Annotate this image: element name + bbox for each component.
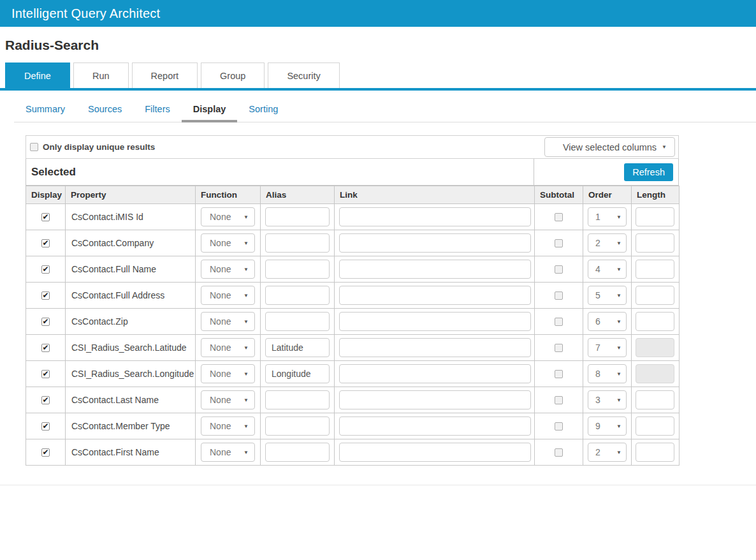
chevron-down-icon: ▼: [616, 450, 622, 455]
link-input[interactable]: [339, 286, 531, 305]
order-select[interactable]: 7 ▼: [588, 338, 627, 357]
display-checkbox[interactable]: ✔: [41, 396, 50, 404]
subtotal-checkbox[interactable]: ✔: [555, 318, 563, 326]
col-header-display: Display: [26, 186, 66, 204]
display-checkbox[interactable]: ✔: [41, 291, 50, 300]
display-checkbox[interactable]: ✔: [41, 213, 50, 221]
display-panel: ✔ Only display unique results View selec…: [25, 135, 679, 466]
display-checkbox[interactable]: ✔: [41, 318, 50, 326]
alias-input[interactable]: [265, 312, 330, 331]
subtab-summary[interactable]: Summary: [14, 99, 76, 122]
subtotal-checkbox[interactable]: ✔: [555, 239, 563, 247]
display-checkbox[interactable]: ✔: [41, 265, 50, 274]
alias-input[interactable]: [265, 207, 330, 226]
unique-results-checkbox[interactable]: ✔: [30, 143, 38, 151]
order-value: 8: [595, 369, 600, 379]
display-checkbox[interactable]: ✔: [41, 370, 50, 378]
tab-group[interactable]: Group: [201, 63, 265, 88]
link-input[interactable]: [339, 364, 531, 383]
subtab-filters[interactable]: Filters: [133, 99, 181, 122]
subtotal-checkbox[interactable]: ✔: [555, 370, 563, 378]
link-input[interactable]: [339, 416, 531, 436]
chevron-down-icon: ▼: [244, 450, 249, 455]
view-columns-value: View selected columns: [563, 142, 657, 152]
alias-input[interactable]: [265, 286, 330, 305]
col-header-link: Link: [335, 186, 535, 204]
length-input[interactable]: [636, 312, 674, 331]
function-select[interactable]: None ▼: [201, 364, 255, 383]
link-input[interactable]: [339, 233, 531, 253]
order-select[interactable]: 5 ▼: [588, 286, 627, 305]
length-input[interactable]: [636, 207, 674, 226]
order-select[interactable]: 1 ▼: [588, 207, 627, 226]
tab-run[interactable]: Run: [73, 63, 129, 88]
alias-input[interactable]: [265, 233, 330, 253]
order-select[interactable]: 9 ▼: [588, 416, 627, 436]
function-select[interactable]: None ▼: [201, 312, 255, 331]
subtotal-checkbox[interactable]: ✔: [555, 448, 563, 457]
alias-input[interactable]: [265, 390, 330, 409]
function-select[interactable]: None ▼: [201, 416, 255, 436]
length-input[interactable]: [636, 260, 674, 279]
length-input[interactable]: [636, 364, 674, 383]
order-select[interactable]: 4 ▼: [588, 260, 627, 279]
col-header-alias: Alias: [261, 186, 335, 204]
length-input[interactable]: [636, 443, 674, 462]
app-header: Intelligent Query Architect: [0, 0, 756, 27]
alias-input[interactable]: [265, 416, 330, 436]
selected-header-row: Selected Refresh: [25, 159, 679, 186]
display-checkbox[interactable]: ✔: [41, 422, 50, 431]
length-input[interactable]: [636, 416, 674, 436]
alias-input[interactable]: [265, 443, 330, 462]
length-input[interactable]: [636, 390, 674, 409]
function-select[interactable]: None ▼: [201, 338, 255, 357]
refresh-button[interactable]: Refresh: [624, 163, 673, 181]
subtotal-checkbox[interactable]: ✔: [555, 213, 563, 221]
subtab-sources[interactable]: Sources: [76, 99, 133, 122]
alias-input[interactable]: [265, 260, 330, 279]
check-icon: ✔: [42, 318, 48, 325]
link-input[interactable]: [339, 312, 531, 331]
col-header-subtotal: Subtotal: [535, 186, 583, 204]
function-select[interactable]: None ▼: [201, 260, 255, 279]
display-checkbox[interactable]: ✔: [41, 344, 50, 352]
subtotal-checkbox[interactable]: ✔: [555, 265, 563, 274]
chevron-down-icon: ▼: [616, 319, 622, 325]
link-input[interactable]: [339, 338, 531, 357]
order-select[interactable]: 3 ▼: [588, 390, 627, 409]
order-select[interactable]: 2 ▼: [588, 233, 627, 253]
alias-input[interactable]: [265, 364, 330, 383]
length-input[interactable]: [636, 286, 674, 305]
table-row: ✔ CSI_Radius_Search.Latitude None ▼ ✔ 7 …: [26, 335, 680, 361]
col-header-function: Function: [196, 186, 261, 204]
subtotal-checkbox[interactable]: ✔: [555, 291, 563, 300]
link-input[interactable]: [339, 443, 531, 462]
order-select[interactable]: 8 ▼: [588, 364, 627, 383]
link-input[interactable]: [339, 390, 531, 409]
order-select[interactable]: 2 ▼: [588, 443, 627, 462]
unique-results-label: Only display unique results: [43, 142, 155, 152]
subtab-sorting[interactable]: Sorting: [237, 99, 289, 122]
tab-define[interactable]: Define: [5, 63, 70, 88]
subtotal-checkbox[interactable]: ✔: [555, 422, 563, 431]
tab-report[interactable]: Report: [132, 63, 198, 88]
function-select[interactable]: None ▼: [201, 286, 255, 305]
length-input[interactable]: [636, 338, 674, 357]
length-input[interactable]: [636, 233, 674, 253]
function-select[interactable]: None ▼: [201, 233, 255, 253]
chevron-down-icon: ▼: [244, 319, 249, 325]
function-select[interactable]: None ▼: [201, 390, 255, 409]
order-select[interactable]: 6 ▼: [588, 312, 627, 331]
alias-input[interactable]: [265, 338, 330, 357]
link-input[interactable]: [339, 260, 531, 279]
view-columns-select[interactable]: View selected columns ▼: [544, 137, 675, 157]
subtotal-checkbox[interactable]: ✔: [555, 396, 563, 404]
function-select[interactable]: None ▼: [201, 443, 255, 462]
subtab-display[interactable]: Display: [182, 99, 238, 122]
tab-security[interactable]: Security: [268, 63, 339, 88]
function-select[interactable]: None ▼: [201, 207, 255, 226]
subtotal-checkbox[interactable]: ✔: [555, 344, 563, 352]
display-checkbox[interactable]: ✔: [41, 239, 50, 247]
link-input[interactable]: [339, 207, 531, 226]
display-checkbox[interactable]: ✔: [41, 448, 50, 457]
